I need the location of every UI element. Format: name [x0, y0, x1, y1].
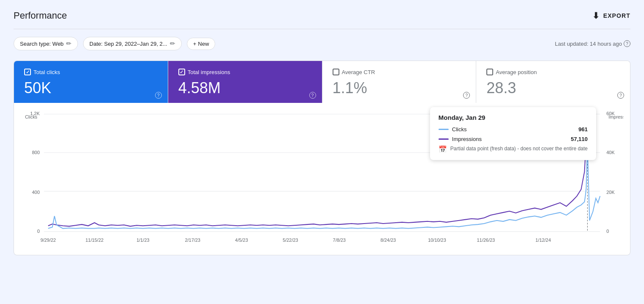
- tooltip-impressions-row: Impressions 57,110: [439, 136, 588, 142]
- tooltip-clicks-row: Clicks 961: [439, 126, 588, 133]
- total-impressions-checkbox[interactable]: [178, 69, 185, 75]
- tooltip-impressions-label: Impressions: [452, 136, 482, 142]
- last-updated-text: Last updated: 14 hours ago: [555, 41, 622, 47]
- new-label: New: [198, 41, 209, 47]
- chart-area: Monday, Jan 29 Clicks 961 Impressions 57…: [14, 103, 630, 255]
- average-ctr-label: Average CTR: [342, 69, 375, 75]
- svg-text:11/15/22: 11/15/22: [86, 238, 104, 243]
- clicks-legend-line: [439, 129, 449, 130]
- average-position-card[interactable]: Average position 28.3 ?: [476, 61, 630, 103]
- total-clicks-label: Total clicks: [33, 69, 60, 75]
- page-title: Performance: [14, 10, 67, 21]
- export-label: EXPORT: [603, 12, 630, 19]
- new-filter-button[interactable]: + New: [187, 38, 216, 50]
- plus-icon: +: [193, 41, 197, 47]
- filter-row: Search type: Web ✏ Date: Sep 29, 2022–Ja…: [14, 37, 630, 50]
- date-label: Date: Sep 29, 2022–Jan 29, 2...: [89, 41, 167, 47]
- tooltip-partial-text: Partial data point (fresh data) - does n…: [450, 146, 588, 152]
- svg-text:Impressions: Impressions: [608, 114, 623, 119]
- header-row: Performance ⬇ EXPORT: [14, 10, 630, 21]
- edit-search-type-icon: ✏: [66, 40, 72, 47]
- average-position-checkbox[interactable]: [486, 69, 493, 75]
- average-ctr-card[interactable]: Average CTR 1.1% ?: [322, 61, 477, 103]
- total-impressions-label: Total impressions: [188, 69, 230, 75]
- svg-text:4/5/23: 4/5/23: [235, 238, 248, 243]
- svg-text:0: 0: [606, 229, 609, 234]
- average-position-help-icon[interactable]: ?: [617, 92, 624, 99]
- impressions-legend-line: [439, 138, 449, 140]
- search-type-filter[interactable]: Search type: Web ✏: [14, 37, 78, 50]
- header-divider: [14, 29, 630, 29]
- search-type-label: Search type: Web: [20, 41, 64, 47]
- total-clicks-card[interactable]: Total clicks 50K ?: [14, 61, 168, 103]
- export-button[interactable]: ⬇ EXPORT: [592, 11, 630, 21]
- tooltip-clicks-value: 961: [578, 126, 588, 133]
- total-impressions-help-icon[interactable]: ?: [309, 92, 316, 99]
- svg-text:9/29/22: 9/29/22: [40, 238, 56, 243]
- total-clicks-value: 50K: [24, 79, 158, 97]
- last-updated-help-icon[interactable]: ?: [624, 40, 630, 47]
- svg-text:5/22/23: 5/22/23: [283, 238, 298, 243]
- svg-text:1/1/23: 1/1/23: [136, 238, 149, 243]
- edit-date-icon: ✏: [170, 40, 175, 47]
- tooltip-clicks-label: Clicks: [452, 126, 467, 133]
- svg-text:11/26/23: 11/26/23: [477, 238, 495, 243]
- svg-text:20K: 20K: [606, 190, 615, 195]
- total-clicks-header: Total clicks: [24, 69, 158, 75]
- total-clicks-checkbox[interactable]: [24, 69, 31, 75]
- svg-text:0: 0: [37, 229, 40, 234]
- total-clicks-help-icon[interactable]: ?: [155, 92, 162, 99]
- average-ctr-help-icon[interactable]: ?: [463, 92, 470, 99]
- last-updated-info: Last updated: 14 hours ago ?: [555, 40, 630, 47]
- tooltip-impressions-value: 57,110: [571, 136, 588, 142]
- tooltip-partial-info: 📅 Partial data point (fresh data) - does…: [439, 146, 588, 153]
- average-ctr-checkbox[interactable]: [333, 69, 339, 75]
- svg-text:1/12/24: 1/12/24: [536, 238, 551, 243]
- calendar-icon: 📅: [439, 145, 447, 153]
- total-impressions-header: Total impressions: [178, 69, 312, 75]
- download-icon: ⬇: [592, 11, 600, 21]
- svg-text:8/24/23: 8/24/23: [380, 238, 396, 243]
- average-ctr-header: Average CTR: [333, 69, 466, 75]
- average-ctr-value: 1.1%: [333, 79, 466, 97]
- tooltip-date: Monday, Jan 29: [439, 114, 588, 121]
- average-position-label: Average position: [496, 69, 537, 75]
- total-impressions-card[interactable]: Total impressions 4.58M ?: [168, 61, 322, 103]
- chart-tooltip: Monday, Jan 29 Clicks 961 Impressions 57…: [430, 107, 596, 160]
- svg-text:7/8/23: 7/8/23: [333, 238, 346, 243]
- svg-text:800: 800: [32, 150, 40, 155]
- average-position-header: Average position: [486, 69, 620, 75]
- total-impressions-value: 4.58M: [178, 79, 312, 97]
- svg-text:400: 400: [32, 190, 40, 195]
- average-position-value: 28.3: [486, 79, 620, 97]
- svg-text:10/10/23: 10/10/23: [428, 238, 446, 243]
- date-filter[interactable]: Date: Sep 29, 2022–Jan 29, 2... ✏: [83, 37, 182, 50]
- svg-text:Clicks: Clicks: [25, 114, 38, 119]
- svg-text:2/17/23: 2/17/23: [185, 238, 200, 243]
- svg-text:40K: 40K: [606, 150, 615, 155]
- metrics-row: Total clicks 50K ? Total impressions 4.5…: [14, 61, 630, 103]
